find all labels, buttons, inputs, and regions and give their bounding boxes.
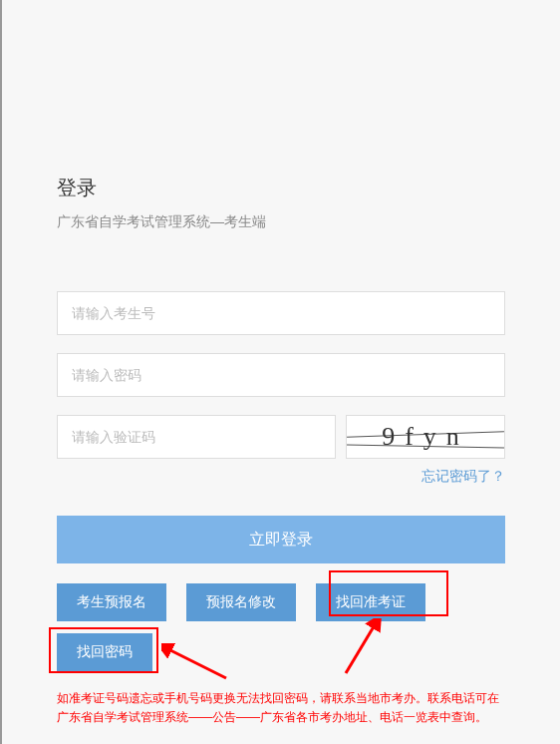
page-title: 登录 — [57, 175, 505, 201]
login-button[interactable]: 立即登录 — [57, 516, 505, 563]
pre-register-button[interactable]: 考生预报名 — [57, 583, 166, 621]
find-password-button[interactable]: 找回密码 — [57, 633, 152, 671]
find-exam-cert-button[interactable]: 找回准考证 — [316, 583, 425, 621]
captcha-text: 9fyn — [382, 422, 469, 452]
password-input[interactable] — [57, 353, 505, 397]
password-wrap — [57, 353, 505, 397]
help-note: 如准考证号码遗忘或手机号码更换无法找回密码，请联系当地市考办。联系电话可在广东省… — [57, 689, 505, 727]
exam-id-input[interactable] — [57, 291, 505, 335]
page-subtitle: 广东省自学考试管理系统—考生端 — [57, 213, 505, 231]
forgot-password-link[interactable]: 忘记密码了？ — [421, 468, 505, 484]
captcha-row: 9fyn — [57, 415, 505, 459]
button-row-1: 考生预报名 预报名修改 找回准考证 — [57, 583, 505, 621]
button-row-2: 找回密码 — [57, 633, 505, 671]
captcha-input[interactable] — [57, 415, 336, 459]
captcha-image[interactable]: 9fyn — [346, 415, 505, 459]
exam-id-wrap — [57, 291, 505, 335]
modify-register-button[interactable]: 预报名修改 — [186, 583, 296, 621]
forgot-row: 忘记密码了？ — [57, 467, 505, 486]
login-panel: 登录 广东省自学考试管理系统—考生端 9fyn 忘记密码了？ 立即登录 考生预报… — [2, 0, 560, 727]
